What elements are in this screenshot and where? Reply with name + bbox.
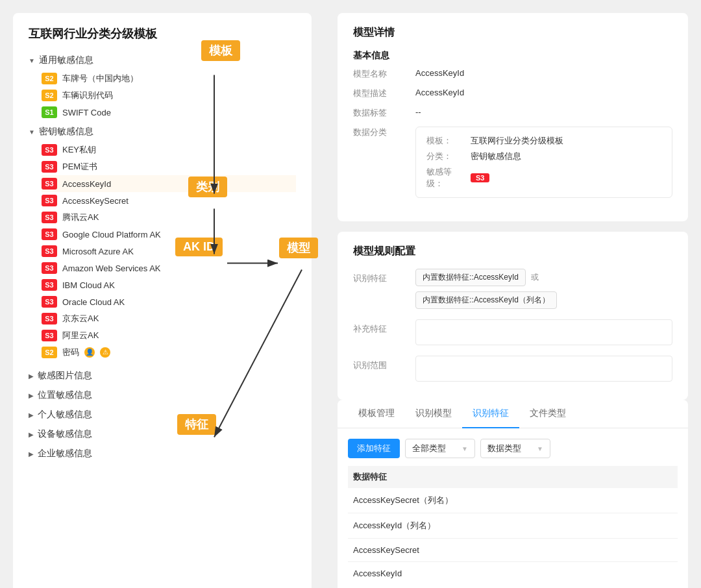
type-filter-label: 全部类型: [412, 443, 446, 454]
sensitive-images-section[interactable]: ▶ 敏感图片信息: [29, 366, 296, 386]
basic-info-title: 基本信息: [353, 50, 672, 62]
feature-label: 特征: [177, 414, 216, 435]
item-label: AccessKeySecret: [62, 196, 129, 206]
model-rules-title: 模型规则配置: [353, 245, 672, 258]
device-section[interactable]: ▶ 设备敏感信息: [29, 424, 296, 444]
item-label: AccessKeyId: [62, 179, 111, 189]
data-category-row: 分类： 密钥敏感信息: [426, 151, 661, 162]
list-item[interactable]: AccessKeySecret（列名）: [348, 488, 678, 513]
right-arrow-icon: ▶: [29, 392, 34, 399]
list-item: S3 IBM Cloud AK: [42, 276, 296, 293]
item-label: Oracle Cloud AK: [62, 297, 125, 307]
list-item: S2 车牌号（中国内地）: [42, 70, 296, 87]
s3-badge: S3: [42, 161, 57, 173]
feature-tags: 内置数据特征::AccessKeyId 或 内置数据特征::AccessKeyI…: [415, 269, 672, 309]
add-feature-button[interactable]: 添加特征: [348, 439, 400, 458]
right-arrow-icon: ▶: [29, 431, 34, 438]
data-type-filter-label: 数据类型: [487, 443, 521, 454]
list-item: S2 车辆识别代码: [42, 87, 296, 104]
dc-template-value: 互联网行业分类分级模板: [471, 135, 563, 147]
list-item[interactable]: AccessKeyId: [348, 562, 678, 585]
s3-badge: S3: [42, 279, 57, 291]
expand-arrow-icon: ▼: [29, 129, 35, 136]
list-item: S2 密码 👤 ⚠: [42, 344, 296, 361]
s2-badge: S2: [42, 73, 57, 84]
list-item: S3 Microsoft Azure AK: [42, 243, 296, 260]
item-label: 密码: [62, 347, 79, 358]
personal-section[interactable]: ▶ 个人敏感信息: [29, 405, 296, 424]
enterprise-section[interactable]: ▶ 企业敏感信息: [29, 444, 296, 463]
s3-badge: S3: [42, 228, 57, 240]
template-label: 模板: [201, 40, 240, 61]
item-label: KEY私钥: [62, 144, 96, 156]
list-item: S3 Amazon Web Services AK: [42, 260, 296, 276]
field-value: AccessKeyId: [415, 88, 672, 99]
tab-template-management[interactable]: 模板管理: [348, 400, 405, 428]
item-label: 阿里云AK: [62, 330, 99, 341]
dc-template-label: 模板：: [426, 135, 465, 147]
item-label: 京东云AK: [62, 313, 99, 325]
secret-items: S3 KEY私钥 S3 PEM证书 S3 AccessKeyId S3 Acce…: [29, 141, 296, 361]
list-item: S3 KEY私钥: [42, 141, 296, 158]
tab-content: 添加特征 全部类型 ▼ 数据类型 ▼ 数据特征 AccessKeySecret（…: [338, 428, 688, 588]
chevron-down-icon: ▼: [461, 445, 468, 452]
secret-section-header[interactable]: ▼ 密钥敏感信息: [29, 126, 296, 138]
item-label: 车牌号（中国内地）: [62, 73, 138, 84]
s3-badge: S3: [42, 178, 57, 190]
right-arrow-icon: ▶: [29, 373, 34, 380]
data-type-filter-select[interactable]: 数据类型 ▼: [480, 439, 550, 458]
s1-badge: S1: [42, 106, 57, 118]
field-value: AccessKeyId: [415, 68, 672, 80]
general-items: S2 车牌号（中国内地） S2 车辆识别代码 S1 SWIFT Code: [29, 70, 296, 121]
section-label: 敏感图片信息: [38, 370, 92, 382]
expand-arrow-icon: ▼: [29, 57, 35, 64]
item-label: IBM Cloud AK: [62, 280, 115, 290]
section-label: 企业敏感信息: [38, 448, 92, 459]
list-item: S3 阿里云AK: [42, 327, 296, 344]
s3-badge: S3: [42, 330, 57, 341]
location-section[interactable]: ▶ 位置敏感信息: [29, 386, 296, 405]
s3-badge: S3: [471, 173, 489, 182]
field-value: --: [415, 107, 672, 119]
general-section-header[interactable]: ▼ 通用敏感信息: [29, 55, 296, 66]
right-arrow-icon: ▶: [29, 450, 34, 458]
feature-tag-2[interactable]: 内置数据特征::AccessKeyId（列名）: [415, 291, 557, 309]
field-label: 数据分类: [353, 127, 405, 198]
or-label: 或: [531, 272, 539, 283]
bottom-section: 模板管理 识别模型 识别特征 文件类型 添加特征 全部类型 ▼ 数据类型: [338, 400, 688, 588]
tab-identify-model[interactable]: 识别模型: [405, 400, 462, 428]
field-label: 数据标签: [353, 107, 405, 119]
identify-range-label: 识别范围: [353, 356, 405, 382]
s3-badge: S3: [42, 296, 57, 308]
supplement-label: 补充特征: [353, 319, 405, 345]
list-item[interactable]: AccessKeySecret: [348, 539, 678, 562]
feature-tag-1[interactable]: 内置数据特征::AccessKeyId: [415, 269, 526, 286]
list-item: S3 京东云AK: [42, 310, 296, 327]
identify-feature-label: 识别特征: [353, 269, 405, 309]
item-label: 腾讯云AK: [62, 212, 99, 223]
tab-file-type[interactable]: 文件类型: [519, 400, 576, 428]
field-label: 模型描述: [353, 88, 405, 99]
item-label: Amazon Web Services AK: [62, 263, 161, 273]
chevron-down-icon: ▼: [537, 445, 543, 452]
model-detail-title: 模型详情: [353, 26, 672, 40]
list-item: S3 PEM证书: [42, 158, 296, 175]
list-item: S3 AccessKeySecret: [42, 192, 296, 209]
type-filter-select[interactable]: 全部类型 ▼: [405, 439, 475, 458]
section-label: 个人敏感信息: [38, 409, 92, 421]
dc-category-value: 密钥敏感信息: [471, 151, 521, 162]
s3-badge: S3: [42, 195, 57, 206]
data-feature-header: 数据特征: [348, 466, 678, 488]
tab-identify-feature[interactable]: 识别特征: [462, 400, 519, 428]
data-category-box: 模板： 互联网行业分类分级模板 分类： 密钥敏感信息 敏感等级： S3: [415, 127, 672, 198]
supplement-empty-box: [415, 319, 672, 345]
list-item[interactable]: AccessKeyId（列名）: [348, 513, 678, 539]
model-rules-section: 模型规则配置 识别特征 内置数据特征::AccessKeyId 或 内置数据特征…: [338, 232, 688, 400]
s2-badge: S2: [42, 90, 57, 101]
s2-badge: S2: [42, 347, 57, 358]
secret-section: ▼ 密钥敏感信息 S3 KEY私钥 S3 PEM证书 S3 AccessKeyI…: [29, 126, 296, 361]
secret-section-label: 密钥敏感信息: [39, 126, 93, 138]
data-category-row: 敏感等级： S3: [426, 166, 661, 190]
rules-grid: 识别特征 内置数据特征::AccessKeyId 或 内置数据特征::Acces…: [353, 269, 672, 382]
list-item: S1 SWIFT Code: [42, 104, 296, 121]
